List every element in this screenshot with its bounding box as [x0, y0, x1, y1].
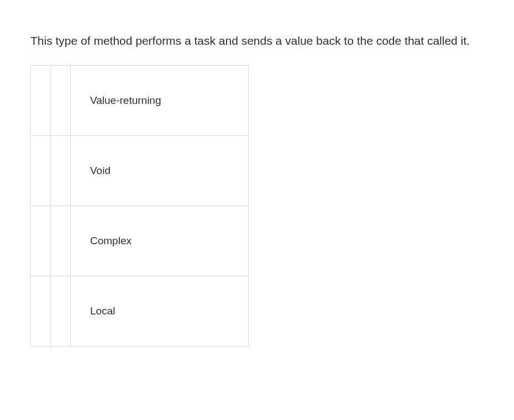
option-row[interactable]: Value-returning: [31, 66, 249, 136]
option-row[interactable]: Local: [31, 276, 249, 347]
option-cell-indicator-2: [51, 66, 71, 136]
option-cell-indicator-2: [51, 206, 71, 276]
option-label: Local: [71, 276, 249, 347]
option-label: Complex: [71, 206, 249, 276]
option-row[interactable]: Complex: [31, 206, 249, 276]
option-cell-indicator-2: [51, 276, 71, 347]
options-table: Value-returning Void Complex Local: [30, 65, 249, 347]
option-cell-indicator-1: [31, 276, 51, 347]
option-cell-indicator-1: [31, 136, 51, 206]
option-cell-indicator-2: [51, 136, 71, 206]
option-label: Value-returning: [71, 66, 249, 136]
option-cell-indicator-1: [31, 206, 51, 276]
option-label: Void: [71, 136, 249, 206]
option-row[interactable]: Void: [31, 136, 249, 206]
question-prompt: This type of method performs a task and …: [30, 33, 484, 49]
option-cell-indicator-1: [31, 66, 51, 136]
